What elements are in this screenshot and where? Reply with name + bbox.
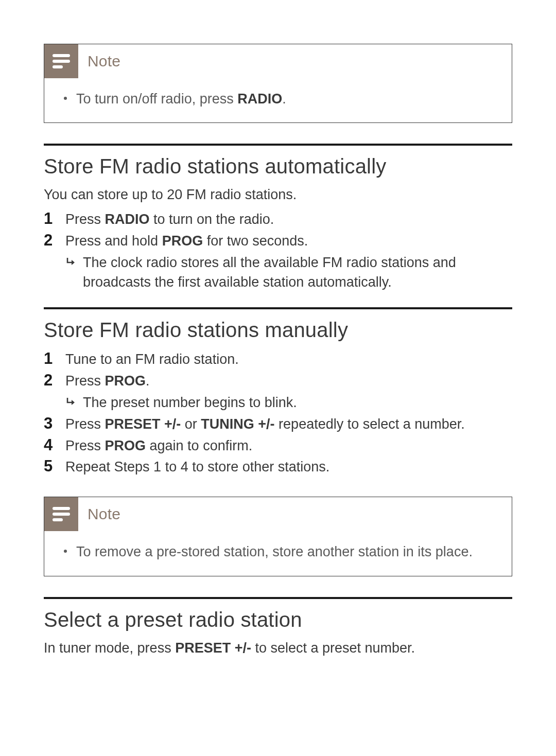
note-body: To turn on/off radio, press RADIO.: [44, 78, 512, 122]
step-result: The preset number begins to blink.: [65, 393, 297, 413]
section-intro: In tuner mode, press PRESET +/- to selec…: [44, 639, 512, 658]
step-5: 5 Repeat Steps 1 to 4 to store other sta…: [44, 456, 512, 477]
svg-rect-2: [53, 65, 63, 68]
note-body: To remove a pre-stored station, store an…: [44, 531, 512, 575]
step-number: 1: [44, 349, 65, 369]
steps-list: 1 Press RADIO to turn on the radio. 2 Pr…: [44, 209, 512, 292]
note-header: Note: [44, 497, 512, 531]
step-number: 5: [44, 456, 65, 477]
step-number: 2: [44, 231, 65, 251]
step-2: 2 Press PROG. The preset number begins t…: [44, 371, 512, 413]
section-store-auto: Store FM radio stations automatically Yo…: [44, 144, 512, 292]
section-store-manual: Store FM radio stations manually 1 Tune …: [44, 307, 512, 477]
svg-rect-0: [53, 54, 70, 57]
step-text: Press and hold PROG for two seconds. The…: [65, 231, 512, 292]
note-bullet: To remove a pre-stored station, store an…: [64, 542, 492, 561]
step-text: Press PROG again to confirm.: [65, 435, 252, 456]
svg-rect-1: [53, 60, 70, 63]
step-1: 1 Press RADIO to turn on the radio.: [44, 209, 512, 230]
arrow-icon: [65, 253, 83, 268]
step-text: Tune to an FM radio station.: [65, 349, 239, 370]
step-number: 4: [44, 435, 65, 455]
note-label: Note: [88, 52, 120, 70]
step-number: 2: [44, 371, 65, 391]
step-number: 1: [44, 209, 65, 229]
section-title: Store FM radio stations manually: [44, 319, 512, 342]
bullet-icon: [64, 550, 67, 553]
note-icon: [44, 497, 78, 531]
step-text: Press RADIO to turn on the radio.: [65, 209, 274, 230]
step-4: 4 Press PROG again to confirm.: [44, 435, 512, 456]
step-result-text: The preset number begins to blink.: [83, 393, 297, 413]
svg-rect-5: [53, 518, 63, 521]
note-box-radio-toggle: Note To turn on/off radio, press RADIO.: [44, 44, 512, 123]
step-text: Press PROG. The preset number begins to …: [65, 371, 297, 413]
step-text: Press PRESET +/- or TUNING +/- repeatedl…: [65, 414, 465, 434]
bullet-icon: [64, 97, 67, 100]
section-title: Store FM radio stations automatically: [44, 155, 512, 178]
arrow-icon: [65, 393, 83, 408]
note-text: To turn on/off radio, press RADIO.: [76, 90, 286, 108]
step-number: 3: [44, 414, 65, 434]
step-2: 2 Press and hold PROG for two seconds. T…: [44, 231, 512, 292]
section-select-preset: Select a preset radio station In tuner m…: [44, 597, 512, 658]
svg-rect-3: [53, 507, 70, 510]
note-bullet: To turn on/off radio, press RADIO.: [64, 90, 492, 108]
section-intro: You can store up to 20 FM radio stations…: [44, 185, 512, 205]
step-3: 3 Press PRESET +/- or TUNING +/- repeate…: [44, 414, 512, 434]
step-1: 1 Tune to an FM radio station.: [44, 349, 512, 370]
section-title: Select a preset radio station: [44, 608, 512, 631]
steps-list: 1 Tune to an FM radio station. 2 Press P…: [44, 349, 512, 477]
step-result-text: The clock radio stores all the available…: [83, 253, 512, 292]
svg-rect-4: [53, 513, 70, 516]
manual-page: Note To turn on/off radio, press RADIO. …: [0, 0, 556, 694]
note-icon: [44, 44, 78, 78]
step-result: The clock radio stores all the available…: [65, 253, 512, 292]
note-label: Note: [88, 505, 120, 523]
step-text: Repeat Steps 1 to 4 to store other stati…: [65, 456, 329, 477]
note-box-remove-station: Note To remove a pre-stored station, sto…: [44, 497, 512, 576]
note-header: Note: [44, 44, 512, 78]
note-text: To remove a pre-stored station, store an…: [76, 542, 473, 561]
